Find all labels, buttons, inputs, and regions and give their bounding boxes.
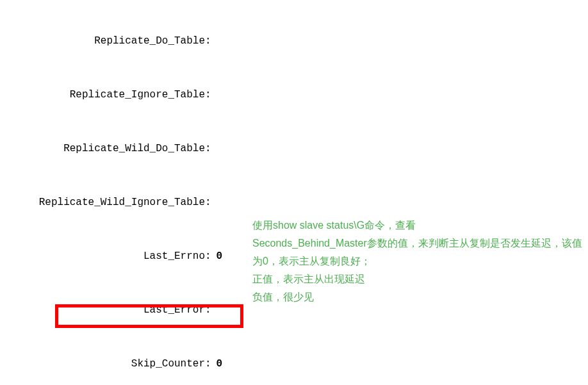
status-row: Replicate_Ignore_Table: <box>0 86 241 104</box>
annotation-line: 使用show slave status\G命令，查看 <box>252 217 585 234</box>
annotation-text: 使用show slave status\G命令，查看 Seconds_Behin… <box>252 217 585 306</box>
status-row: Last_Error: <box>0 301 241 319</box>
annotation-line: 负值，很少见 <box>252 288 585 306</box>
status-label: Replicate_Wild_Ignore_Table <box>0 193 205 211</box>
status-value: 0 <box>211 355 223 373</box>
terminal-output: Replicate_Do_Table: Replicate_Ignore_Tab… <box>0 0 241 385</box>
status-label: Replicate_Wild_Do_Table <box>0 140 205 158</box>
status-row: Skip_Counter:0 <box>0 355 241 373</box>
status-row: Last_Errno:0 <box>0 247 241 265</box>
status-row: Replicate_Wild_Ignore_Table: <box>0 193 241 211</box>
status-row: Replicate_Do_Table: <box>0 32 241 50</box>
annotation-line: 正值，表示主从出现延迟 <box>252 270 585 288</box>
status-label: Replicate_Do_Table <box>0 32 205 50</box>
status-label: Last_Errno <box>0 247 205 265</box>
annotation-line: Seconds_Behind_Master参数的值，来判断主从复制是否发生延迟，… <box>252 234 585 270</box>
status-value: 0 <box>211 247 223 265</box>
status-row: Replicate_Wild_Do_Table: <box>0 140 241 158</box>
status-label: Replicate_Ignore_Table <box>0 86 205 104</box>
status-label: Skip_Counter <box>0 355 205 373</box>
status-label: Last_Error <box>0 301 205 319</box>
